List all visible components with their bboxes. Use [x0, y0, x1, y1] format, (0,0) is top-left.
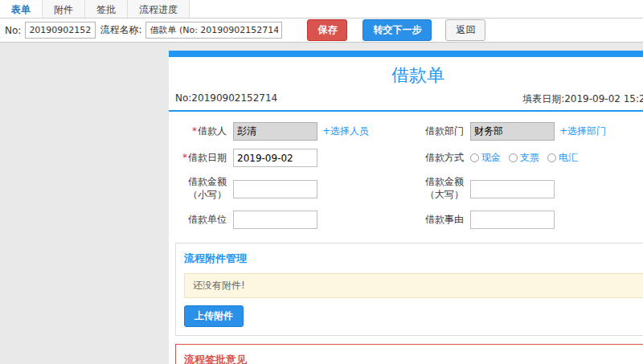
tab-attachment[interactable]: 附件 — [43, 0, 85, 18]
radio-cash-label: 现金 — [481, 151, 501, 165]
form-row-borrower-dept: *借款人 +选择人员 借款部门 +选择部门 — [175, 118, 643, 145]
select-dept-link[interactable]: +选择部门 — [559, 125, 606, 138]
form-date-text: 填表日期:2019-09-02 15:27:1 — [522, 92, 643, 106]
tab-process-progress[interactable]: 流程进度 — [128, 0, 190, 18]
save-button[interactable]: 保存 — [307, 19, 347, 41]
top-tab-bar: 表单 附件 签批 流程进度 — [0, 0, 643, 18]
tab-form[interactable]: 表单 — [0, 0, 43, 18]
loan-form: *借款人 +选择人员 借款部门 +选择部门 *借款日期 — [169, 112, 643, 235]
loan-date-input[interactable] — [233, 149, 317, 167]
process-name-label: 流程名称: — [100, 23, 141, 37]
loan-reason-input[interactable] — [470, 211, 555, 229]
radio-cheque-label: 支票 — [520, 151, 539, 165]
upload-attachment-button[interactable]: 上传附件 — [184, 305, 244, 327]
loan-unit-input[interactable] — [233, 211, 317, 229]
loan-unit-label: 借款单位 — [175, 214, 233, 227]
loan-date-label: *借款日期 — [175, 152, 233, 165]
loan-method-label: 借款方式 — [422, 152, 470, 165]
amount-small-label: 借款金额（小写） — [175, 176, 233, 201]
back-button[interactable]: 返回 — [445, 19, 485, 41]
attachment-empty-message: 还没有附件! — [184, 273, 643, 298]
form-row-unit-reason: 借款单位 借款事由 — [175, 207, 643, 233]
amount-big-input[interactable] — [470, 180, 555, 198]
radio-wire-transfer[interactable]: 电汇 — [547, 151, 578, 165]
form-row-date-method: *借款日期 借款方式 现金 支票 — [175, 145, 643, 171]
required-asterisk: * — [182, 152, 187, 163]
no-input[interactable] — [25, 22, 96, 39]
radio-circle-icon — [509, 153, 518, 162]
radio-cheque[interactable]: 支票 — [509, 151, 539, 165]
dept-input[interactable] — [470, 122, 555, 141]
next-step-button[interactable]: 转交下一步 — [362, 19, 432, 41]
radio-wire-transfer-label: 电汇 — [559, 151, 578, 165]
borrower-label: *借款人 — [175, 125, 233, 138]
amount-small-input[interactable] — [233, 180, 317, 198]
panel-accent-bar — [169, 51, 643, 57]
form-row-amounts: 借款金额（小写） 借款金额（大写） — [175, 171, 643, 207]
form-no-text: No:20190902152714 — [175, 92, 277, 106]
loan-form-panel: 借款单 No:20190902152714 填表日期:2019-09-02 15… — [169, 51, 643, 364]
main-area: 借款单 No:20190902152714 填表日期:2019-09-02 15… — [0, 43, 643, 364]
approval-section-title: 流程签批意见 — [184, 353, 643, 364]
toolbar: No: 流程名称: 保存 转交下一步 返回 — [0, 18, 643, 43]
tab-sign-approve[interactable]: 签批 — [85, 0, 128, 18]
approval-section: 流程签批意见 B I abc ✎ ∞ ⚑ ≡ ☰ ⇤ ⇥ “ — [175, 344, 643, 364]
amount-big-label: 借款金额（大写） — [422, 176, 470, 201]
loan-date-label-text: 借款日期 — [188, 152, 227, 163]
radio-circle-icon — [547, 153, 556, 162]
required-asterisk: * — [192, 125, 197, 137]
borrower-input[interactable] — [233, 122, 317, 141]
attachment-section-title: 流程附件管理 — [184, 252, 643, 266]
process-name-input[interactable] — [145, 22, 282, 39]
attachment-section: 流程附件管理 还没有附件! 上传附件 — [175, 243, 643, 336]
select-person-link[interactable]: +选择人员 — [322, 125, 369, 138]
radio-circle-icon — [470, 153, 479, 162]
no-label: No: — [5, 25, 21, 36]
borrower-label-text: 借款人 — [198, 125, 227, 137]
loan-reason-label: 借款事由 — [422, 214, 470, 227]
form-title: 借款单 — [169, 57, 643, 91]
radio-cash[interactable]: 现金 — [470, 151, 501, 165]
dept-label: 借款部门 — [422, 125, 470, 138]
loan-method-radio-group: 现金 支票 电汇 — [470, 151, 578, 165]
